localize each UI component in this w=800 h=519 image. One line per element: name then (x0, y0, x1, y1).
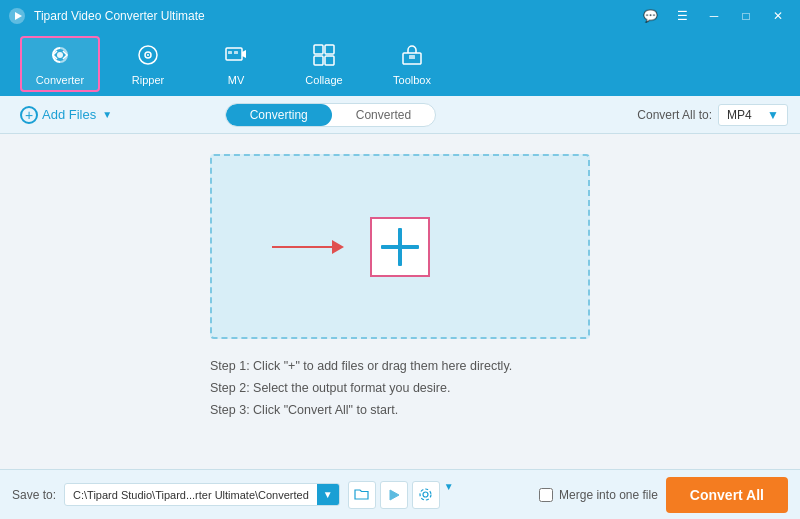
converter-icon (48, 43, 72, 70)
arrow-right (272, 240, 344, 254)
title-bar-controls: 💬 ☰ ─ □ ✕ (636, 6, 792, 26)
mv-label: MV (228, 74, 245, 86)
add-files-button[interactable]: + Add Files ▼ (12, 102, 120, 128)
convert-all-button[interactable]: Convert All (666, 477, 788, 513)
merge-label: Merge into one file (559, 488, 658, 502)
step-1: Step 1: Click "+" to add files or drag t… (210, 359, 590, 373)
svg-rect-10 (325, 45, 334, 54)
svg-marker-15 (390, 490, 399, 500)
main-toolbar: Converter Ripper MV (0, 32, 800, 96)
tab-converted[interactable]: Converted (332, 104, 435, 126)
format-value: MP4 (727, 108, 752, 122)
messages-button[interactable]: 💬 (636, 6, 664, 26)
title-bar-left: Tipard Video Converter Ultimate (8, 7, 205, 25)
plus-box[interactable] (370, 217, 430, 277)
title-bar: Tipard Video Converter Ultimate 💬 ☰ ─ □ … (0, 0, 800, 32)
close-button[interactable]: ✕ (764, 6, 792, 26)
app-icon (8, 7, 26, 25)
toolbox-label: Toolbox (393, 74, 431, 86)
collage-icon (312, 43, 336, 70)
convert-all-to-label: Convert All to: (637, 108, 712, 122)
svg-point-16 (423, 492, 428, 497)
nav-item-toolbox[interactable]: Toolbox (372, 36, 452, 92)
save-to-label: Save to: (12, 488, 56, 502)
bottom-icons: ▼ (348, 481, 454, 509)
sub-toolbar: + Add Files ▼ Converting Converted Conve… (0, 96, 800, 134)
format-dropdown-icon: ▼ (767, 108, 779, 122)
menu-button[interactable]: ☰ (668, 6, 696, 26)
settings-icon (418, 487, 433, 502)
plus-vertical (398, 228, 402, 266)
svg-point-5 (147, 54, 149, 56)
bottom-bar: Save to: C:\Tipard Studio\Tipard...rter … (0, 469, 800, 519)
steps-container: Step 1: Click "+" to add files or drag t… (210, 359, 590, 417)
folder-icon-btn[interactable] (348, 481, 376, 509)
svg-rect-7 (228, 51, 232, 54)
svg-rect-6 (226, 48, 242, 60)
converter-label: Converter (36, 74, 84, 86)
add-files-circle-icon: + (20, 106, 38, 124)
arrow-head (332, 240, 344, 254)
svg-point-2 (57, 52, 63, 58)
svg-rect-14 (409, 55, 415, 59)
settings-icon-btn[interactable] (412, 481, 440, 509)
svg-point-17 (420, 489, 431, 500)
tab-group: Converting Converted (225, 103, 436, 127)
save-path-dropdown-icon[interactable]: ▼ (317, 484, 339, 505)
save-path-selector[interactable]: C:\Tipard Studio\Tipard...rter Ultimate\… (64, 483, 340, 506)
step-2: Step 2: Select the output format you des… (210, 381, 590, 395)
nav-item-converter[interactable]: Converter (20, 36, 100, 92)
nav-item-collage[interactable]: Collage (284, 36, 364, 92)
add-files-label: Add Files (42, 107, 96, 122)
add-files-dropdown-icon: ▼ (102, 109, 112, 120)
format-select[interactable]: MP4 ▼ (718, 104, 788, 126)
drop-zone[interactable] (210, 154, 590, 339)
collage-label: Collage (305, 74, 342, 86)
nav-item-ripper[interactable]: Ripper (108, 36, 188, 92)
app-title: Tipard Video Converter Ultimate (34, 9, 205, 23)
svg-rect-12 (325, 56, 334, 65)
mv-icon (224, 43, 248, 70)
save-path-text: C:\Tipard Studio\Tipard...rter Ultimate\… (65, 485, 317, 505)
svg-rect-9 (314, 45, 323, 54)
arrow-line (272, 246, 332, 248)
nav-item-mv[interactable]: MV (196, 36, 276, 92)
main-content: Step 1: Click "+" to add files or drag t… (0, 134, 800, 469)
maximize-button[interactable]: □ (732, 6, 760, 26)
tab-converting[interactable]: Converting (226, 104, 332, 126)
ripper-label: Ripper (132, 74, 164, 86)
ripper-icon (136, 43, 160, 70)
preview-icon-btn[interactable] (380, 481, 408, 509)
folder-icon (354, 488, 369, 501)
toolbox-icon (400, 43, 424, 70)
convert-all-to-group: Convert All to: MP4 ▼ (637, 104, 788, 126)
merge-checkbox[interactable] (539, 488, 553, 502)
svg-rect-8 (234, 51, 238, 54)
merge-checkbox-group: Merge into one file (539, 488, 658, 502)
svg-rect-11 (314, 56, 323, 65)
preview-icon (387, 488, 401, 502)
minimize-button[interactable]: ─ (700, 6, 728, 26)
step-3: Step 3: Click "Convert All" to start. (210, 403, 590, 417)
settings-dropdown-icon[interactable]: ▼ (444, 481, 454, 509)
